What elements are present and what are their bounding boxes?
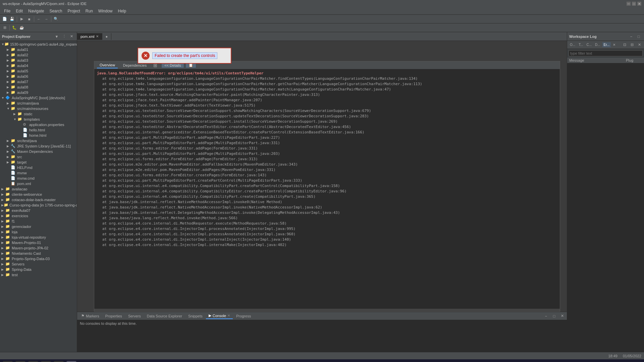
right-tab-t[interactable]: T... — [577, 42, 584, 47]
sidebar-close-button[interactable]: ✕ — [68, 33, 75, 40]
tree-item-pomxml[interactable]: 📋 pom.xml — [0, 181, 77, 186]
tab-progress[interactable]: Progress — [233, 313, 254, 319]
tree-item-hello[interactable]: 📄 hello.html — [0, 127, 77, 133]
tree-item-nivelamento[interactable]: ▶ 📁 Nivelamento Cast — [0, 251, 77, 256]
tree-item-srcmainres[interactable]: ▼ 📁 src/main/resources — [0, 106, 77, 111]
right-tab-btn1[interactable]: ⊡ — [621, 42, 628, 48]
tree-item-aula03[interactable]: ▶ 📁 aula03 — [0, 58, 77, 63]
tree-item-aula05[interactable]: ▶ 📁 aula05 — [0, 68, 77, 74]
console-close-icon[interactable]: ✕ — [227, 314, 230, 317]
search-button[interactable]: 🔍 — [53, 16, 59, 22]
tree-item-avaliacao[interactable]: ▶ 📁 avaliacao — [0, 186, 77, 192]
tree-item-aula01[interactable]: ▶ 📁 aula01 — [0, 47, 77, 52]
tab-pomxml[interactable]: pom.xml ✕ — [77, 33, 102, 40]
menu-help[interactable]: Help — [115, 8, 129, 14]
tree-item-aula06[interactable]: ▶ 📁 aula06 — [0, 74, 77, 79]
tree-item-appprops[interactable]: ⚙ application.properties — [0, 122, 77, 127]
menu-file[interactable]: File — [1, 8, 13, 14]
tree-item-home[interactable]: 📄 home.html — [0, 133, 77, 138]
tree-item-projeto-spring[interactable]: ▶ 📁 Projeto-Spring-Data-03 — [0, 256, 77, 261]
stack-content[interactable]: java.lang.NoClassDefFoundError: org/ecli… — [94, 69, 560, 311]
tree-item-jre[interactable]: ▶ 🔧 JRE System Library [JavaSE-11] — [0, 143, 77, 149]
right-tab-btn3[interactable]: ✕ — [636, 42, 643, 48]
filter-input[interactable] — [569, 50, 643, 56]
right-tab-o[interactable]: O... — [569, 42, 577, 47]
tab-extra[interactable]: ● — [102, 33, 112, 40]
tree-item-exeraula07[interactable]: ▶ 📁 exerAula07 — [0, 208, 77, 213]
tab-servers[interactable]: Servers — [125, 313, 144, 319]
tree-item-gerenciador[interactable]: ▶ 📁 gerenciador — [0, 224, 77, 229]
new-button[interactable]: 📄 — [1, 16, 8, 22]
tree-item-src[interactable]: ▶ 📁 src — [0, 154, 77, 160]
menu-search[interactable]: Search — [47, 8, 65, 14]
right-tab-er[interactable]: Er... — [602, 42, 611, 47]
tab-snippets[interactable]: Snippets — [185, 313, 205, 319]
tree-item-aula08[interactable]: ▶ 📁 aula08 — [0, 84, 77, 90]
tree-item-test[interactable]: ▶ 📁 test — [0, 272, 77, 278]
tab-datasource[interactable]: Data Source Explorer — [144, 313, 185, 319]
debug-button[interactable]: 🐛 — [11, 24, 18, 31]
bottom-maximize-button[interactable]: □ — [551, 313, 557, 319]
menu-run[interactable]: Run — [83, 8, 96, 14]
tree-item-static[interactable]: ▶ 📁 static — [0, 111, 77, 117]
save-button[interactable]: 💾 — [9, 16, 15, 22]
tree-item-1530[interactable]: ▼ 📁 1530-springmvc-parte1-aula4.zip_expa… — [0, 42, 77, 47]
tab-close-icon[interactable]: ✕ — [96, 35, 99, 38]
tree-item-cliente[interactable]: ▶ 📁 cliente-webservice — [0, 192, 77, 197]
tree-item-loja[interactable]: ▶ 📁 loja — [0, 229, 77, 235]
sidebar-collapse-button[interactable]: ▼ — [53, 33, 60, 40]
menu-navigate[interactable]: Navigate — [25, 8, 47, 14]
tree-item-srctestjava[interactable]: ▶ 📁 src/test/java — [0, 138, 77, 143]
maximize-button[interactable]: □ — [632, 2, 636, 6]
right-minimize-button[interactable]: − — [628, 33, 635, 40]
tree-item-servers[interactable]: ▶ 📁 Servers — [0, 261, 77, 267]
tree-item-f1[interactable]: ▶ 📁 f1 — [0, 219, 77, 224]
tree-item-mvnw[interactable]: 📄 mvnw — [0, 170, 77, 176]
status-bar: 18:49 01/05/2022 — [0, 352, 644, 359]
stack-tab-overview[interactable]: Overview — [97, 62, 118, 68]
menu-project[interactable]: Project — [65, 8, 83, 14]
right-tab-close[interactable]: ✕ — [611, 42, 617, 47]
tree-item-aula02[interactable]: ▶ 📁 aula02 — [0, 52, 77, 58]
run-button[interactable]: ▶ — [18, 16, 25, 22]
tree-item-templates[interactable]: ▼ 📁 templates — [0, 117, 77, 122]
tree-item-loja-virtual[interactable]: ▶ 📁 loja-virtual-repository — [0, 235, 77, 240]
tree-item-aula04[interactable]: ▶ 📁 aula04 — [0, 63, 77, 68]
stack-line-19: at org.eclipse.ui.forms.editor.FormEdito… — [97, 173, 557, 178]
tree-item-mvnwcmd[interactable]: 📄 mvnw.cmd — [0, 176, 77, 181]
right-maximize-button[interactable]: □ — [635, 33, 642, 40]
tree-item-srcmainjava[interactable]: ▶ 📁 src/main/java — [0, 101, 77, 106]
tree-item-spring-data[interactable]: ▶ 📁 Spring-Data — [0, 267, 77, 272]
menu-window[interactable]: Window — [96, 8, 115, 14]
minimize-button[interactable]: ─ — [627, 2, 631, 6]
bottom-minimize-button[interactable]: − — [543, 313, 549, 319]
tab-properties[interactable]: Properties — [103, 313, 125, 319]
stop-button[interactable]: ■ — [26, 16, 33, 22]
window-controls[interactable]: ─ □ ✕ — [627, 2, 641, 6]
tree-item-maven01[interactable]: ▶ 📁 Maven-Projeto-01 — [0, 240, 77, 245]
right-tab-btn2[interactable]: ⊟ — [629, 42, 635, 48]
tree-item-aula09[interactable]: ▶ 📁 aula09 — [0, 90, 77, 95]
tree-item-exercicios[interactable]: ▶ 📁 exercicios — [0, 213, 77, 219]
tree-item-aula07[interactable]: ▶ 📁 aula07 — [0, 79, 77, 84]
tree-item-maven-jpa[interactable]: ▶ 📁 Maven-projeto-JPA-02 — [0, 245, 77, 251]
horizontal-scrollbar[interactable] — [94, 309, 560, 311]
bottom-close-button[interactable]: ✕ — [559, 313, 566, 319]
menu-edit[interactable]: Edit — [13, 8, 25, 14]
right-tab-c[interactable]: C... — [585, 42, 593, 47]
tab-markers[interactable]: ⚑ Markers — [78, 313, 102, 319]
close-button[interactable]: ✕ — [637, 2, 641, 6]
tab-console[interactable]: ▶ Console ✕ — [206, 313, 233, 319]
tree-item-maven-dep[interactable]: ▶ 🔧 Maven Dependencies — [0, 149, 77, 154]
java-button[interactable]: ☕ — [18, 24, 25, 31]
tree-item-curso[interactable]: ▶ 📁 Curso-spring-data [in 1795-curso-spr… — [0, 202, 77, 208]
tree-item-target[interactable]: ▶ 📁 target — [0, 160, 77, 165]
sidebar-menu-button[interactable]: ⋮ — [61, 33, 67, 40]
right-tab-d[interactable]: D... — [594, 42, 602, 47]
tree-item-cotacao[interactable]: ▶ 📁 cotacao-dolar-back-master — [0, 197, 77, 202]
forward-button[interactable]: → — [43, 16, 50, 22]
tree-item-aulaspring[interactable]: ▼ 🔷 AulaSpringMVC [boot] [devtools] — [0, 95, 77, 101]
tree-item-helpmd[interactable]: 📄 HELP.md — [0, 165, 77, 170]
back-button[interactable]: ← — [36, 16, 42, 22]
perspective-button[interactable]: ⊞ — [1, 24, 8, 31]
